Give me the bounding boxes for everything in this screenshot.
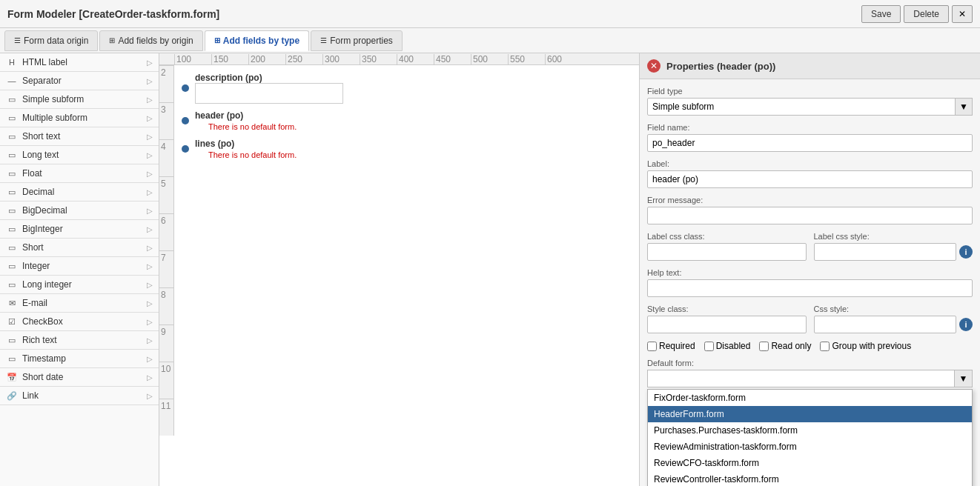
sidebar-item-short-text[interactable]: ▭ Short text ▷ — [0, 127, 159, 146]
sidebar-item-short-date[interactable]: 📅 Short date ▷ — [0, 368, 159, 387]
sidebar-item-link[interactable]: 🔗 Link ▷ — [0, 387, 159, 405]
ruler-marks: 100 150 200 250 300 350 400 450 500 550 … — [174, 54, 582, 64]
delete-button[interactable]: Delete — [904, 5, 949, 23]
sidebar-label-short: Short — [22, 242, 44, 253]
sidebar-item-rich-text[interactable]: ▭ Rich text ▷ — [0, 331, 159, 350]
save-button[interactable]: Save — [861, 5, 901, 23]
required-checkbox[interactable]: Required — [647, 341, 695, 351]
long-text-icon: ▭ — [6, 150, 18, 160]
tab-label-add-fields-by-type: Add fields by type — [223, 36, 299, 46]
sidebar-label-link: Link — [22, 390, 39, 401]
disabled-checkbox-input[interactable] — [704, 342, 714, 351]
sidebar-label-float: Float — [22, 168, 42, 179]
tab-icon-form-data-origin: ☰ — [14, 36, 21, 44]
sidebar-arrow-timestamp: ▷ — [147, 355, 153, 363]
sidebar-label-short-text: Short text — [22, 131, 60, 142]
field-input-description[interactable] — [195, 83, 343, 104]
sidebar-arrow-biginteger: ▷ — [147, 225, 153, 233]
sidebar: H HTML label ▷ — Separator ▷ ▭ Simple su… — [0, 53, 159, 486]
required-checkbox-input[interactable] — [647, 342, 657, 351]
css-style-input[interactable] — [814, 316, 957, 333]
ruler-v-mark: 4 — [159, 139, 173, 176]
integer-icon: ▭ — [6, 262, 18, 271]
sidebar-label-integer: Integer — [22, 261, 50, 271]
sidebar-arrow-integer: ▷ — [147, 262, 153, 270]
group-with-previous-checkbox[interactable]: Group with previous — [820, 341, 911, 351]
sidebar-item-html-label[interactable]: H HTML label ▷ — [0, 53, 159, 72]
tab-add-fields-by-type[interactable]: ⊞ Add fields by type — [205, 30, 309, 51]
sidebar-item-multiple-subform[interactable]: ▭ Multiple subform ▷ — [0, 109, 159, 127]
sidebar-item-bigdecimal[interactable]: ▭ BigDecimal ▷ — [0, 202, 159, 220]
default-form-dropdown-wrapper: ▼ — [647, 370, 973, 387]
properties-title: Properties (header (po)) — [666, 61, 775, 72]
biginteger-icon: ▭ — [6, 224, 18, 234]
help-text-label: Help text: — [647, 268, 973, 277]
title-bar-buttons: Save Delete ✕ — [861, 5, 973, 23]
read-only-checkbox-label: Read only — [771, 341, 811, 351]
label-css-class-input[interactable] — [647, 243, 807, 261]
field-label-description: description (po) — [195, 73, 343, 83]
dropdown-item-header-form[interactable]: HeaderForm.form — [648, 406, 972, 422]
properties-header: ✕ Properties (header (po)) — [640, 53, 980, 79]
label-css-style-input[interactable] — [814, 243, 957, 261]
dropdown-item-fix-order[interactable]: FixOrder-taskform.form — [648, 390, 972, 406]
dropdown-item-purchases[interactable]: Purchases.Purchases-taskform.form — [648, 422, 972, 439]
css-style-info[interactable]: i — [959, 318, 973, 331]
error-message-input[interactable] — [647, 207, 973, 224]
sidebar-item-checkbox[interactable]: ☑ CheckBox ▷ — [0, 313, 159, 331]
sidebar-item-simple-subform[interactable]: ▭ Simple subform ▷ — [0, 90, 159, 109]
timestamp-icon: ▭ — [6, 354, 18, 364]
read-only-checkbox[interactable]: Read only — [759, 341, 811, 351]
field-name-row: Field name: — [647, 123, 973, 152]
close-button[interactable]: ✕ — [952, 5, 973, 23]
tab-icon-form-properties: ☰ — [320, 36, 327, 44]
sidebar-item-integer[interactable]: ▭ Integer ▷ — [0, 257, 159, 276]
properties-close-button[interactable]: ✕ — [647, 59, 660, 73]
sidebar-label-bigdecimal: BigDecimal — [22, 205, 67, 216]
label-input[interactable] — [647, 170, 973, 188]
read-only-checkbox-input[interactable] — [759, 342, 769, 351]
tab-form-properties[interactable]: ☰ Form properties — [311, 30, 403, 51]
sidebar-label-long-integer: Long integer — [22, 279, 72, 290]
sidebar-label-short-date: Short date — [22, 372, 63, 382]
label-css-style-label: Label css style: — [814, 232, 973, 241]
sidebar-label-html-label: HTML label — [22, 57, 67, 67]
tab-icon-add-fields-by-origin: ⊞ — [109, 36, 115, 44]
sidebar-item-timestamp[interactable]: ▭ Timestamp ▷ — [0, 350, 159, 368]
dropdown-item-review-admin[interactable]: ReviewAdministration-taskform.form — [648, 439, 972, 455]
short-date-icon: 📅 — [6, 373, 18, 382]
sidebar-item-separator[interactable]: — Separator ▷ — [0, 72, 159, 90]
checkbox-row: Required Disabled Read only Group with p… — [647, 341, 973, 351]
field-name-input[interactable] — [647, 134, 973, 152]
tab-add-fields-by-origin[interactable]: ⊞ Add fields by origin — [99, 30, 202, 51]
sidebar-item-email[interactable]: ✉ E-mail ▷ — [0, 294, 159, 313]
sidebar-label-timestamp: Timestamp — [22, 353, 66, 364]
vertical-ruler: 2 3 4 5 6 7 8 9 10 11 — [159, 65, 174, 436]
sidebar-label-email: E-mail — [22, 298, 47, 308]
sidebar-item-short[interactable]: ▭ Short ▷ — [0, 239, 159, 257]
dropdown-item-review-cfo[interactable]: ReviewCFO-taskform.form — [648, 455, 972, 471]
default-form-dropdown-arrow[interactable]: ▼ — [955, 370, 973, 387]
field-type-select[interactable]: Simple subform Multiple subform — [647, 98, 973, 116]
group-with-previous-checkbox-input[interactable] — [820, 342, 830, 351]
default-form-dropdown-list: FixOrder-taskform.form HeaderForm.form P… — [647, 389, 973, 486]
sidebar-item-long-integer[interactable]: ▭ Long integer ▷ — [0, 276, 159, 294]
sidebar-item-decimal[interactable]: ▭ Decimal ▷ — [0, 183, 159, 202]
sidebar-label-biginteger: BigInteger — [22, 224, 63, 234]
sidebar-item-float[interactable]: ▭ Float ▷ — [0, 164, 159, 183]
ruler-v-mark: 3 — [159, 102, 173, 139]
disabled-checkbox[interactable]: Disabled — [704, 341, 751, 351]
style-class-input[interactable] — [647, 316, 807, 333]
separator-icon: — — [6, 76, 18, 85]
label-css-style-info[interactable]: i — [959, 245, 973, 259]
sidebar-item-long-text[interactable]: ▭ Long text ▷ — [0, 146, 159, 164]
canvas-field-lines: lines (po) There is no default form. — [182, 138, 632, 160]
field-dot-description — [182, 84, 189, 92]
tab-form-data-origin[interactable]: ☰ Form data origin — [4, 30, 98, 51]
default-form-input[interactable] — [647, 370, 955, 387]
help-text-input[interactable] — [647, 279, 973, 297]
sidebar-item-biginteger[interactable]: ▭ BigInteger ▷ — [0, 220, 159, 239]
sidebar-label-decimal: Decimal — [22, 187, 54, 197]
dropdown-item-review-controller[interactable]: ReviewController-taskform.form — [648, 471, 972, 486]
ruler-mark: 250 — [285, 54, 322, 64]
